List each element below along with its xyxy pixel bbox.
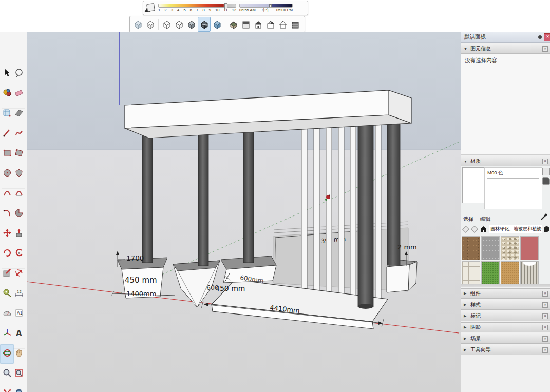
rotate-tool[interactable] <box>4 250 10 257</box>
left-view-icon[interactable] <box>289 17 301 31</box>
column-3[interactable] <box>243 122 254 263</box>
section-styles[interactable]: ▶ 样式 ✕ <box>461 300 550 310</box>
pan-tool[interactable] <box>16 350 22 357</box>
date-slider-track[interactable] <box>158 4 236 8</box>
zoom-tool[interactable] <box>4 370 11 377</box>
shadow-time-slider[interactable]: 06:55 AM 中午 05:00 PM <box>239 4 293 12</box>
polygon-tool[interactable] <box>16 169 22 177</box>
material-preview[interactable] <box>462 167 484 203</box>
hidden-line-mode-icon[interactable] <box>173 17 185 31</box>
lasso-select-tool[interactable] <box>16 69 22 77</box>
circle-tool[interactable] <box>4 170 11 177</box>
date-slider-handle[interactable] <box>224 3 227 9</box>
move-tool[interactable] <box>3 229 11 237</box>
expand-icon[interactable]: ▶ <box>464 303 468 307</box>
dimension-tool[interactable]: 12 <box>15 290 23 297</box>
swatch-cobblestone[interactable] <box>501 236 519 260</box>
shaded-mode-icon[interactable] <box>185 17 197 31</box>
close-icon[interactable]: ✕ <box>542 313 548 319</box>
pie-tool[interactable] <box>15 209 23 217</box>
wireframe-mode-icon[interactable] <box>161 17 173 31</box>
follow-me-tool[interactable] <box>16 249 22 256</box>
material-category-dropdown[interactable]: 园林绿化、地被层和植被 ∨ <box>489 225 542 233</box>
column-2[interactable] <box>198 124 208 266</box>
swatch-mulch-brown[interactable] <box>462 236 480 260</box>
paint-details-icon[interactable] <box>544 226 549 232</box>
freehand-tool[interactable] <box>16 131 22 135</box>
top-view-icon[interactable] <box>240 17 252 31</box>
swatch-sand-tan[interactable] <box>501 261 519 285</box>
expand-icon[interactable]: ▶ <box>464 348 468 352</box>
entity-info-close-icon[interactable]: ✕ <box>542 46 548 52</box>
section-components[interactable]: ▶ 组件 ✕ <box>461 288 550 299</box>
collapse-icon[interactable]: ▼ <box>464 160 468 163</box>
entity-info-header[interactable]: ▼ 图元信息 ✕ <box>461 44 550 54</box>
eyedropper-icon[interactable] <box>540 213 547 222</box>
paint-bucket-tool[interactable] <box>4 89 11 96</box>
expand-icon[interactable]: ▶ <box>464 325 468 329</box>
column-5[interactable] <box>387 111 400 265</box>
home-icon[interactable] <box>480 226 487 233</box>
shadow-toggle-icon[interactable] <box>145 3 155 13</box>
rotated-rectangle-tool[interactable] <box>15 150 23 156</box>
close-icon[interactable]: ✕ <box>542 347 548 353</box>
iso-view-icon[interactable] <box>227 17 239 31</box>
back-view-icon[interactable] <box>277 17 289 31</box>
time-slider-handle[interactable] <box>269 4 272 8</box>
monochrome-mode-icon[interactable] <box>211 17 223 31</box>
materials-header[interactable]: ▼ 材质 ✕ <box>461 156 550 166</box>
zoom-window-tool[interactable] <box>15 369 22 376</box>
scale-tool[interactable] <box>16 270 22 276</box>
three-point-arc-tool[interactable] <box>4 210 10 216</box>
line-tool[interactable] <box>3 130 9 137</box>
materials-close-icon[interactable]: ✕ <box>542 159 548 164</box>
push-pull-tool[interactable] <box>16 229 22 237</box>
close-icon[interactable]: ✕ <box>542 302 548 308</box>
section-shadows[interactable]: ▶ 阴影 ✕ <box>461 322 550 332</box>
swatch-paver-white[interactable] <box>462 261 480 285</box>
close-icon[interactable]: ✕ <box>542 336 548 342</box>
two-point-arc-tool[interactable] <box>16 191 22 195</box>
zoom-extents-tool[interactable] <box>4 389 11 392</box>
expand-icon[interactable]: ▶ <box>464 337 468 341</box>
collapse-icon[interactable]: ▼ <box>464 47 468 51</box>
swatch-fence-gate[interactable] <box>520 261 539 285</box>
expand-icon[interactable]: ▶ <box>464 291 468 296</box>
column-1[interactable] <box>142 126 153 263</box>
xray-mode-icon[interactable] <box>132 17 144 31</box>
3d-text-tool[interactable]: A <box>16 329 22 338</box>
component-tool[interactable] <box>4 110 11 117</box>
previous-view-tool[interactable] <box>16 389 22 392</box>
back-arrow-icon[interactable] <box>462 225 469 232</box>
tray-close-button[interactable]: ✕ <box>544 33 550 41</box>
front-view-icon[interactable] <box>252 17 264 31</box>
create-material-button[interactable] <box>542 168 550 175</box>
swatch-grass-green[interactable] <box>481 261 500 285</box>
offset-tool[interactable] <box>4 269 11 277</box>
right-view-icon[interactable] <box>264 17 276 31</box>
protractor-tool[interactable] <box>4 311 11 315</box>
tab-select[interactable]: 选择 <box>463 215 473 223</box>
swatch-gravel-gray[interactable] <box>481 236 500 260</box>
pin-icon[interactable] <box>538 35 542 39</box>
shaded-with-textures-mode-icon[interactable] <box>198 17 211 32</box>
axes-tool[interactable] <box>4 329 11 335</box>
select-tool[interactable] <box>5 69 10 76</box>
close-icon[interactable]: ✕ <box>542 291 548 297</box>
section-instructor[interactable]: ▶ 工具向导 ✕ <box>461 345 550 355</box>
section-scenes[interactable]: ▶ 场景 ✕ <box>461 334 550 344</box>
plane-tool[interactable] <box>15 110 23 116</box>
materials-footer-strip[interactable] <box>461 284 550 287</box>
sample-paint-button[interactable] <box>542 177 550 185</box>
eraser-tool[interactable] <box>15 90 23 96</box>
shadow-date-slider[interactable]: 1 2 3 4 5 6 7 8 9 10 11 12 <box>158 4 236 12</box>
rectangle-tool[interactable] <box>4 150 11 156</box>
text-tool[interactable]: A1 <box>16 310 23 316</box>
expand-icon[interactable]: ▶ <box>464 314 468 318</box>
forward-arrow-icon[interactable] <box>471 225 478 232</box>
column-4[interactable] <box>358 115 373 309</box>
material-name-field[interactable]: M00 色 <box>487 170 539 179</box>
time-slider-track[interactable] <box>239 4 293 8</box>
close-icon[interactable]: ✕ <box>542 325 548 330</box>
tab-edit[interactable]: 编辑 <box>480 215 490 223</box>
